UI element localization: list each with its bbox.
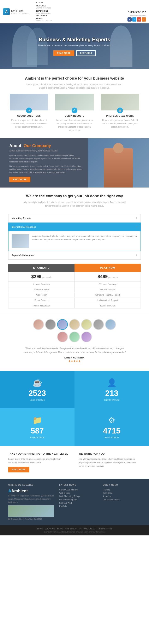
footer-news-item-1[interactable]: Come Code with Us xyxy=(59,488,97,491)
pricing-standard-f2: Website Analysis xyxy=(8,287,74,292)
stat-coffee-label: Cups of Coffee xyxy=(30,399,45,401)
testimonial-block: "Maecenas sollicitudin arcu odio, vitae … xyxy=(23,346,126,362)
footer-copyright: Copyright © 2015. Ambient. Designed by W… xyxy=(4,531,145,533)
accordion-body-text: Aliquam adipiscing ligula dui dui et in … xyxy=(32,234,138,248)
phone-number[interactable]: 1-800-555-1212 xyxy=(128,11,146,14)
read-more-button[interactable]: READ MORE xyxy=(53,50,74,56)
perfect-section: Ambient is the perfect choice for your b… xyxy=(0,69,149,94)
footer-nav-about[interactable]: ABOUT US xyxy=(45,528,55,530)
pricing-standard-f4: Phone Support xyxy=(8,298,74,303)
footer-logo: AAmbient xyxy=(8,488,54,493)
footer-quick-title: QUICK MENU xyxy=(103,484,141,486)
twitter-icon[interactable]: t xyxy=(132,18,136,22)
about-title-plain: About xyxy=(9,144,21,148)
marketing-text: Lorem ipsum dolor sit amet, consectetur … xyxy=(8,457,70,464)
stat-projects-label: Projects Done xyxy=(30,436,44,439)
footer-news-item-6[interactable]: Portfolio xyxy=(59,505,97,508)
footer-nav: HOME ABOUT US NEWS SITE TERMS GET TO KNO… xyxy=(0,525,149,536)
footer-nav-gettoknow[interactable]: GET TO KNOW US xyxy=(79,528,95,530)
pricing-platinum-header: PLATINUM xyxy=(74,264,141,272)
rss-icon[interactable]: r xyxy=(142,18,146,22)
pricing-standard-price: $299 per month xyxy=(8,272,74,282)
brand-tagline: WEBSITE THEMES xyxy=(11,12,28,14)
footer-news-item-5[interactable]: See Our Work xyxy=(59,502,97,504)
avatar-3-highlighted xyxy=(57,319,68,330)
bottom-two-col: TAKE YOUR MARKETING TO THE NEXT LEVEL Lo… xyxy=(0,446,149,479)
pricing-platinum-f5: Team Flow Chart xyxy=(74,303,141,308)
hours-icon: ⚙ xyxy=(108,416,115,425)
footer-address: 26 Elizabeth Street, New York, CA 20026 xyxy=(8,518,54,520)
job-title: We are the company to get your job done … xyxy=(16,194,133,198)
nav-item-extensions[interactable]: EXTENSIONS TABS & MODULES xyxy=(36,9,52,14)
accordion-minus-2: − xyxy=(136,225,138,229)
facebook-icon[interactable]: f xyxy=(128,18,132,22)
gplus-icon[interactable]: g xyxy=(137,18,141,22)
footer-quick-link-1[interactable]: Training xyxy=(103,488,141,491)
accordion-item-2: International Presence − Aliquam adipisc… xyxy=(8,222,141,251)
accordion-item-1: Marketing Experts + xyxy=(8,214,141,222)
marketing-title: TAKE YOUR MARKETING TO THE NEXT LEVEL xyxy=(8,452,70,455)
hero-title: Business & Marketing Experts xyxy=(38,37,111,42)
footer-news-item-4[interactable]: We more Integrated xyxy=(59,498,97,501)
footer-where-title: WHERE WE LOCATED xyxy=(8,484,54,486)
footer-nav-siteterms[interactable]: SITE TERMS xyxy=(65,528,77,530)
avatar-8 xyxy=(57,332,68,342)
avatar-2 xyxy=(45,319,56,330)
nav-item-tutorials[interactable]: TUTORIALS xyxy=(36,14,52,16)
pricing-standard-f3: Audit Report xyxy=(8,292,74,298)
avatar-10 xyxy=(81,332,92,342)
marketing-read-more-button[interactable]: READ MORE xyxy=(8,467,29,472)
footer-news-col: LATEST NEWS Come Code with Us Web Design… xyxy=(59,484,97,520)
pricing-platinum-price: $499 per month xyxy=(74,272,141,282)
navbar: A ambient WEBSITE THEMES STYLES FEATURES… xyxy=(0,0,149,24)
pricing-standard-f1: 4 Hours Coaching xyxy=(8,282,74,287)
footer-map xyxy=(8,506,54,517)
feature-pro-title: PROFESSIONAL WORK xyxy=(101,114,139,117)
accordion-header-3[interactable]: Expert Collaboration + xyxy=(8,251,141,260)
nav-item-styles[interactable]: STYLES xyxy=(36,2,52,4)
accordion-plus-1: + xyxy=(136,216,138,220)
about-tagline: Small business connection, big business … xyxy=(9,150,83,152)
nav-item-pages[interactable]: PAGES PRODUCT LAYOUTS xyxy=(36,16,52,22)
footer-desc: Sed tincidunt augue nibh, Nulla facilisi… xyxy=(8,494,54,504)
footer-nav-location[interactable]: OUR LOCATION xyxy=(98,528,112,530)
stat-hours: ⚙ 4715 Hours of Work xyxy=(74,408,149,446)
pricing-platinum-f1: 20 Hours Coaching xyxy=(74,282,141,287)
pricing-standard: STANDARD $299 per month 4 Hours Coaching… xyxy=(8,264,74,308)
footer-news-item-2[interactable]: Web Design xyxy=(59,492,97,494)
footer-quick-link-3[interactable]: About Us xyxy=(103,495,141,498)
footer-news-title: LATEST NEWS xyxy=(59,484,97,486)
workforyou-col: WE WORK FOR YOU Sed Work adipiscing en. … xyxy=(79,452,141,472)
about-text2: Nullam elementum ante sit amet feugiat f… xyxy=(9,165,83,174)
hero-content: Business & Marketing Experts The ultimat… xyxy=(29,37,119,56)
avatar-9 xyxy=(69,332,80,342)
footer-news-item-3[interactable]: Web Marketing Things xyxy=(59,495,97,498)
logo-letter: A xyxy=(5,10,8,14)
accordion-label-3: Expert Collaboration xyxy=(11,254,34,256)
footer-quick-link-2[interactable]: Jobs Done xyxy=(103,492,141,494)
pricing-platinum-f3: Complete Financial Report xyxy=(74,292,141,298)
about-read-more-button[interactable]: READ MORE xyxy=(9,177,30,182)
workforyou-title: WE WORK FOR YOU xyxy=(79,452,141,455)
footer-section: WHERE WE LOCATED AAmbient Sed tincidunt … xyxy=(0,479,149,526)
feature-cloud-title: CLOUD SOLUTIONS xyxy=(10,114,48,117)
stat-coffee-number: 2523 xyxy=(28,389,46,398)
accordion-header-2[interactable]: International Presence − xyxy=(8,223,141,231)
footer-nav-home[interactable]: HOME xyxy=(37,528,43,530)
logo[interactable]: A ambient WEBSITE THEMES xyxy=(3,2,28,22)
team-avatars-row2 xyxy=(4,332,145,342)
marketing-col: TAKE YOUR MARKETING TO THE NEXT LEVEL Lo… xyxy=(8,452,70,472)
footer-nav-news[interactable]: NEWS xyxy=(57,528,63,530)
stat-hours-label: Hours of Work xyxy=(105,436,119,439)
features-button[interactable]: FEATURES xyxy=(76,50,96,56)
testimonial-author: EMILY HENDRIX xyxy=(23,356,126,359)
perfect-desc: Lorem ipsum dolor sit amet, consectetur … xyxy=(25,83,124,90)
feature-pro-text: Aliquam mi id, ut torque ipsum. Dolor si… xyxy=(101,119,139,129)
accordion-header-1[interactable]: Marketing Experts + xyxy=(8,214,141,222)
features-section: ☁ CLOUD SOLUTIONS Eiusmod tempor incid d… xyxy=(0,94,149,138)
pricing-section: STANDARD $299 per month 4 Hours Coaching… xyxy=(8,264,141,308)
perfect-title: Ambient is the perfect choice for your b… xyxy=(12,76,137,80)
stat-coffee: ☕ 2523 Cups of Coffee xyxy=(0,371,74,408)
footer-quick-link-4[interactable]: Our Privacy Policy xyxy=(103,498,141,501)
nav-item-features[interactable]: FEATURES WHAT'S INCLUDED xyxy=(36,4,52,9)
